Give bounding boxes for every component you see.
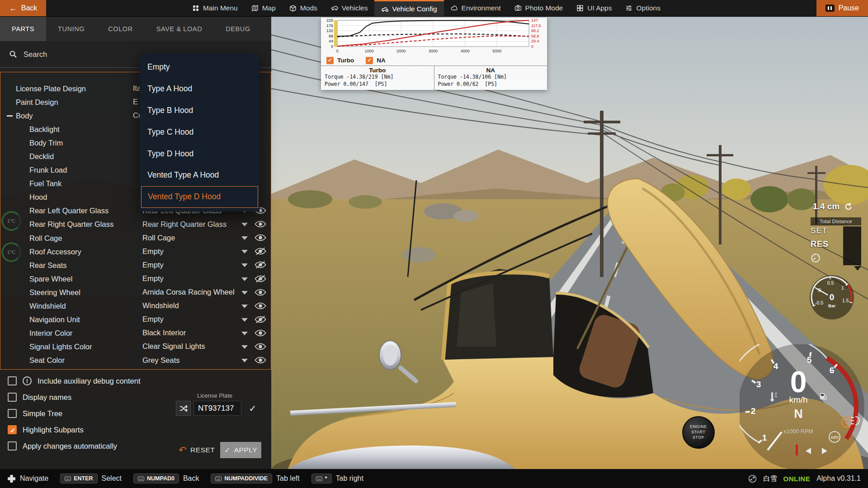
refresh-icon[interactable] bbox=[844, 202, 853, 211]
part-select-interior-color[interactable]: Black Interior bbox=[140, 326, 270, 340]
svg-text:176: 176 bbox=[326, 23, 333, 28]
version-label: Alpha v0.31.1 bbox=[816, 474, 861, 483]
tab-save-load[interactable]: SAVE & LOAD bbox=[145, 17, 214, 41]
part-select-signal-lights-color[interactable]: Clear Signal Lights bbox=[140, 340, 270, 353]
turbo-checkbox[interactable] bbox=[326, 57, 334, 64]
nav-options[interactable]: Options bbox=[618, 0, 667, 16]
license-plate-input[interactable] bbox=[193, 401, 241, 416]
part-select-roll-cage[interactable]: Roll Cage bbox=[140, 231, 270, 244]
pause-icon bbox=[826, 5, 835, 12]
dropdown-option-type-a-hood[interactable]: Type A Hood bbox=[140, 78, 259, 100]
license-plate-confirm-button[interactable] bbox=[244, 401, 261, 416]
chevron-down-icon[interactable] bbox=[241, 277, 248, 281]
boost-tick: -0.5 bbox=[815, 300, 823, 305]
tab-tuning[interactable]: TUNING bbox=[46, 17, 96, 41]
chevron-down-icon[interactable] bbox=[241, 263, 248, 267]
search-icon bbox=[9, 50, 17, 58]
back-button[interactable]: ← Back bbox=[0, 0, 46, 16]
visibility-eye-icon[interactable] bbox=[254, 342, 267, 351]
hint-tab-left: NUMPADDIVIDE Tab left bbox=[211, 474, 299, 483]
cruise-res-button[interactable]: RES bbox=[811, 239, 843, 249]
option-simple-tree[interactable]: Simple Tree bbox=[8, 408, 141, 419]
part-select-navigation-unit[interactable]: Empty bbox=[140, 313, 270, 326]
na-readout: NA Torque -14.38/106 [Nm] Power 0.00/62 … bbox=[434, 66, 547, 90]
chevron-down-icon[interactable] bbox=[241, 250, 248, 253]
chevron-down-icon[interactable] bbox=[241, 223, 248, 226]
visibility-eye-off-icon[interactable] bbox=[254, 315, 267, 324]
option-apply-automatically[interactable]: Apply changes automatically bbox=[8, 441, 141, 451]
engine-start-stop-button[interactable]: ENGINE START STOP bbox=[682, 416, 715, 449]
part-select-spare-wheel[interactable]: Empty bbox=[140, 272, 270, 285]
engine-readouts: Turbo Torque -14.38/219 [Nm] Power 0.00/… bbox=[321, 66, 547, 90]
dropdown-option-vented-type-d-hood-selected[interactable]: Vented Type D Hood bbox=[141, 186, 258, 208]
checkbox-checked[interactable] bbox=[8, 425, 17, 434]
option-display-names[interactable]: Display names bbox=[8, 392, 141, 403]
option-highlight-subparts[interactable]: Highlight Subparts bbox=[8, 424, 141, 435]
chevron-down-icon[interactable] bbox=[241, 318, 248, 322]
checkbox[interactable] bbox=[8, 393, 17, 402]
chevron-down-icon[interactable] bbox=[241, 345, 248, 349]
dropdown-option-type-d-hood[interactable]: Type D Hood bbox=[140, 143, 259, 164]
apply-button[interactable]: APPLY bbox=[220, 442, 261, 458]
chevron-down-icon[interactable] bbox=[241, 236, 248, 240]
nav-vehicle-config[interactable]: Vehicle Config bbox=[374, 0, 443, 16]
visibility-eye-icon[interactable] bbox=[254, 301, 267, 310]
nav-map[interactable]: Map bbox=[245, 0, 283, 16]
dropdown-option-empty[interactable]: Empty bbox=[140, 56, 259, 78]
tab-parts[interactable]: PARTS bbox=[0, 17, 46, 41]
visibility-eye-off-icon[interactable] bbox=[254, 261, 267, 269]
key-badge-numpaddivide: NUMPADDIVIDE bbox=[211, 474, 272, 483]
part-select-rear-right-quarter-glass[interactable]: Rear Right Quarter Glass bbox=[140, 217, 270, 231]
license-plate-shuffle-button[interactable] bbox=[176, 401, 191, 416]
visibility-eye-icon[interactable] bbox=[254, 234, 267, 242]
chevron-down-icon[interactable] bbox=[241, 359, 248, 362]
visibility-eye-off-icon[interactable] bbox=[254, 274, 267, 283]
visibility-eye-icon[interactable] bbox=[254, 288, 267, 296]
dropdown-option-type-c-hood[interactable]: Type C Hood bbox=[140, 121, 259, 143]
checkbox[interactable] bbox=[8, 441, 17, 450]
rpm-number: 1 bbox=[762, 433, 767, 442]
part-select-rear-seats[interactable]: Empty bbox=[140, 258, 270, 272]
svg-text:2000: 2000 bbox=[396, 49, 406, 53]
part-select-windshield[interactable]: Windshield bbox=[140, 299, 270, 313]
tab-color[interactable]: COLOR bbox=[96, 17, 145, 41]
reset-button[interactable]: RESET bbox=[176, 442, 217, 458]
info-icon bbox=[23, 376, 32, 385]
boost-unit: Bar bbox=[828, 303, 835, 308]
nav-photo-mode[interactable]: Photo Mode bbox=[508, 0, 570, 16]
visibility-eye-icon[interactable] bbox=[254, 328, 267, 337]
chevron-down-icon[interactable] bbox=[241, 305, 248, 308]
na-checkbox[interactable] bbox=[366, 57, 373, 64]
chevron-down-icon[interactable] bbox=[241, 332, 248, 335]
gear-indicator: N bbox=[794, 407, 803, 421]
nav-mods[interactable]: Mods bbox=[283, 0, 324, 16]
nav-main-menu[interactable]: Main Menu bbox=[185, 0, 245, 16]
dropdown-option-vented-type-a-hood[interactable]: Vented Type A Hood bbox=[140, 164, 259, 186]
cruise-set-button[interactable]: SET bbox=[811, 226, 843, 235]
rpm-number: 3 bbox=[756, 380, 761, 389]
part-select-roof-accessory[interactable]: Empty bbox=[140, 244, 270, 258]
pause-button[interactable]: Pause bbox=[816, 0, 868, 16]
dropdown-option-type-b-hood[interactable]: Type B Hood bbox=[140, 100, 259, 122]
tab-debug[interactable]: DEBUG bbox=[214, 17, 262, 41]
environment-icon bbox=[451, 5, 458, 12]
svg-text:3000: 3000 bbox=[429, 49, 438, 53]
nav-environment[interactable]: Environment bbox=[444, 0, 508, 16]
map-icon bbox=[251, 5, 259, 12]
ride-height-app: 1.4 cm bbox=[813, 202, 853, 211]
checkbox[interactable] bbox=[8, 376, 17, 385]
visibility-eye-icon[interactable] bbox=[254, 220, 267, 229]
part-select-steering-wheel[interactable]: Arnida Corsa Racing Wheel bbox=[140, 286, 270, 299]
total-distance-label: Total Distance bbox=[811, 217, 861, 225]
check-icon bbox=[224, 446, 231, 455]
chevron-down-icon[interactable] bbox=[241, 291, 248, 295]
nav-ui-apps[interactable]: UI Apps bbox=[570, 0, 618, 16]
part-select-seat-color[interactable]: Grey Seats bbox=[140, 353, 270, 367]
option-include-aux-debug[interactable]: Include auxiliary debug content bbox=[8, 375, 141, 386]
visibility-eye-off-icon[interactable] bbox=[254, 247, 267, 256]
visibility-eye-icon[interactable] bbox=[254, 356, 267, 365]
checkbox[interactable] bbox=[8, 409, 17, 418]
collapse-icon[interactable] bbox=[7, 115, 13, 117]
boost-tick: 1 bbox=[841, 285, 844, 291]
nav-vehicles[interactable]: Vehicles bbox=[324, 0, 375, 16]
